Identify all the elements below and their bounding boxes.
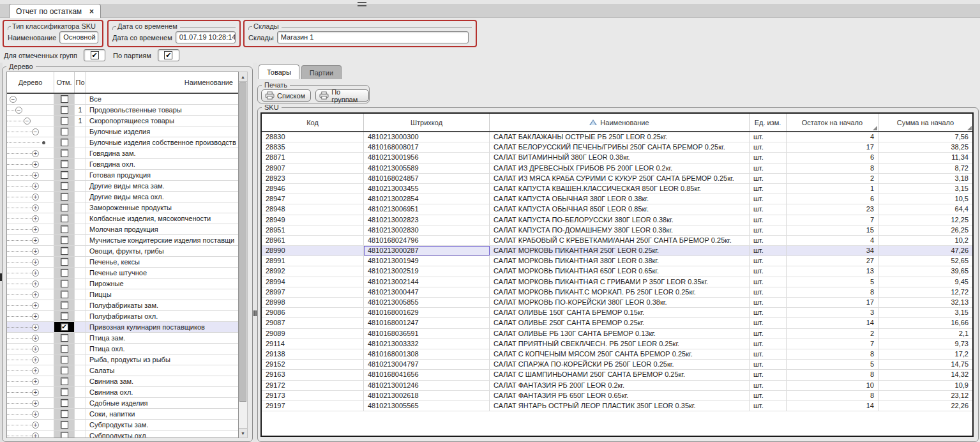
expand-icon[interactable]: + <box>32 411 39 418</box>
cell-code[interactable]: 29086 <box>262 308 364 317</box>
tree-checkbox-cell[interactable] <box>54 224 75 234</box>
cell-unit[interactable]: шт. <box>750 329 787 339</box>
expand-icon[interactable]: + <box>32 356 39 363</box>
sku-column-header-qty-start[interactable]: Остаток на начало <box>787 114 878 131</box>
cell-code[interactable]: 28871 <box>262 153 364 162</box>
expand-icon[interactable]: + <box>32 367 39 374</box>
sku-table-row[interactable]: 289914810213001949САЛАТ МОРКОВЬ ПИКАНТНА… <box>262 256 972 266</box>
tree-name-cell[interactable]: Все <box>86 94 238 104</box>
cell-barcode[interactable]: 4810168001247 <box>364 318 490 328</box>
cell-qty-start[interactable]: 7 <box>787 215 878 225</box>
cell-qty-start[interactable]: 17 <box>787 298 878 307</box>
tree-name-cell[interactable]: Свинина зам. <box>86 376 238 386</box>
tree-row-checkbox[interactable] <box>61 171 68 179</box>
tree-name-cell[interactable]: Субпродукты зам. <box>86 420 238 430</box>
sku-table-row[interactable]: 289494810213002823САЛАТ КАПУСТА ПО-БЕЛОР… <box>262 215 972 225</box>
expand-icon[interactable]: + <box>32 302 39 309</box>
cell-name[interactable]: САЛАТ БАКЛАЖАНЫ ОСТРЫЕ РБ 250Г LEOR 0.25… <box>490 132 750 142</box>
cell-barcode[interactable]: 4810168008017 <box>364 142 490 152</box>
cell-unit[interactable]: шт. <box>750 256 787 266</box>
tree-row-checkbox[interactable] <box>61 334 68 342</box>
cell-code[interactable]: 29089 <box>262 329 364 339</box>
cell-code[interactable]: 29152 <box>262 360 364 369</box>
expand-icon[interactable]: + <box>32 270 39 277</box>
cell-barcode[interactable]: 4810168041656 <box>364 370 490 379</box>
cell-sum-start[interactable]: 17,2 <box>878 349 972 359</box>
expand-icon[interactable]: + <box>32 215 39 222</box>
cell-qty-start[interactable]: 3 <box>787 308 878 317</box>
sku-table-row[interactable]: 289464810213003455САЛАТ КАПУСТА КВАШЕН.К… <box>262 184 972 194</box>
cell-code[interactable]: 29197 <box>262 401 364 411</box>
tree-name-cell[interactable]: Говядина зам. <box>86 148 238 158</box>
cell-qty-start[interactable]: 8 <box>787 287 878 297</box>
tree-name-cell[interactable]: Другие виды мяса охл. <box>86 192 238 202</box>
tree-checkbox-cell[interactable] <box>54 94 75 104</box>
cell-name[interactable]: САЛАТ КАПУСТА ПО-БЕЛОРУССКИ 380Г LEOR 0.… <box>490 215 750 225</box>
tree-checkbox-cell[interactable] <box>54 116 75 126</box>
cell-name[interactable]: САЛАТ ФАНТАЗИЯ РБ 650Г LEOR 0.65кг. <box>490 391 750 400</box>
tree-name-cell[interactable]: Готовая продукция <box>86 170 238 180</box>
cell-qty-start[interactable]: 27 <box>787 256 878 266</box>
cell-name[interactable]: САЛАТ БЕЛОРУССКИЙ ПЕЧЕНЬ/ГРИБЫ 250Г САНТ… <box>490 142 750 152</box>
cell-unit[interactable]: шт. <box>750 236 787 245</box>
sku-table-row[interactable]: 289484810213006951САЛАТ КАПУСТА ОБЫЧНАЯ … <box>262 204 972 215</box>
cell-code[interactable]: 29173 <box>262 391 364 400</box>
cell-code[interactable]: 28991 <box>262 256 364 266</box>
datetime-input[interactable]: 01.07.19 10:28:14 <box>176 31 236 43</box>
tree-row-checkbox[interactable] <box>61 117 68 125</box>
cell-qty-start[interactable]: 10 <box>787 381 878 390</box>
expand-icon[interactable]: + <box>32 183 39 190</box>
tree-row[interactable]: +Пирожные <box>7 278 238 289</box>
tree-checkbox-cell[interactable] <box>54 420 75 430</box>
cell-unit[interactable]: шт. <box>750 184 787 194</box>
cell-code[interactable]: 28992 <box>262 266 364 276</box>
tree-row-checkbox[interactable] <box>61 269 68 277</box>
expand-icon[interactable]: + <box>32 280 39 287</box>
tree-checkbox-cell[interactable] <box>54 170 75 180</box>
cell-qty-start[interactable]: 6 <box>787 153 878 162</box>
splitter-grip-icon[interactable] <box>358 2 366 6</box>
tree-row[interactable]: +Готовая продукция <box>7 170 238 181</box>
cell-barcode[interactable]: 4810213001949 <box>364 256 490 266</box>
sku-table-row[interactable]: 289514810213002830САЛАТ КАПУСТА ПО-ДОМАШ… <box>262 225 972 236</box>
sku-table-row[interactable]: 291524810213004797САЛАТ СПАРЖА ПО-КОРЕЙС… <box>262 360 972 370</box>
cell-name[interactable]: САЛАТ МОРКОВЬ ПИКАНТНАЯ 250Г LEOR 0.25кг… <box>490 246 750 255</box>
cell-sum-start[interactable]: 14,32 <box>878 370 972 379</box>
cell-qty-start[interactable]: 8 <box>787 349 878 359</box>
cell-qty-start[interactable]: 8 <box>787 391 878 400</box>
cell-code[interactable]: 28835 <box>262 142 364 152</box>
cell-name[interactable]: САЛАТ С ШАМПИНЬОНАМИ 250Г САНТА БРЕМОР 0… <box>490 370 750 379</box>
print-list-button[interactable]: Списком <box>261 89 311 102</box>
sku-table-row[interactable]: 288354810168008017САЛАТ БЕЛОРУССКИЙ ПЕЧЕ… <box>262 142 972 153</box>
cell-barcode[interactable]: 4810213002144 <box>364 277 490 287</box>
tree-column-header-po[interactable]: По <box>75 72 86 93</box>
tab-goods[interactable]: Товары <box>259 65 299 79</box>
tree-row-checkbox[interactable] <box>61 356 68 363</box>
sku-column-header-unit[interactable]: Ед. изм. <box>750 114 787 131</box>
tree-checkbox-cell[interactable] <box>54 246 75 256</box>
cell-barcode[interactable]: 4810213000287 <box>364 246 490 255</box>
cell-barcode[interactable]: 4810213000300 <box>364 132 490 142</box>
cell-unit[interactable]: шт. <box>750 277 787 287</box>
warehouses-input[interactable]: Магазин 1 <box>277 31 469 43</box>
cell-sum-start[interactable]: 3,15 <box>878 308 972 317</box>
tree-row[interactable]: +Субпродукты зам. <box>7 420 238 431</box>
tree-name-cell[interactable]: Свинина охл. <box>86 387 238 397</box>
tree-checkbox-cell[interactable] <box>54 431 75 438</box>
tree-checkbox-cell[interactable] <box>54 159 75 169</box>
tree-row[interactable]: +Свинина зам. <box>7 376 238 387</box>
tree-row[interactable]: −1Скоропортящиеся товары <box>7 116 238 126</box>
cell-sum-start[interactable]: 16,66 <box>878 318 972 328</box>
cell-barcode[interactable]: 4810168024796 <box>364 236 490 245</box>
cell-code[interactable]: 29172 <box>262 381 364 390</box>
cell-barcode[interactable]: 4810213003332 <box>364 339 490 349</box>
tree-name-cell[interactable]: Скоропортящиеся товары <box>86 116 238 126</box>
sku-table-row[interactable]: 291724810213001246САЛАТ ФАНТАЗИЯ РБ 200Г… <box>262 381 972 391</box>
cell-qty-start[interactable]: 23 <box>787 204 878 214</box>
cell-code[interactable]: 28946 <box>262 184 364 194</box>
cell-barcode[interactable]: 4810213003455 <box>364 184 490 194</box>
cell-barcode[interactable]: 4810213001956 <box>364 153 490 162</box>
expand-icon[interactable]: + <box>32 378 39 385</box>
expand-icon[interactable]: + <box>32 432 39 438</box>
sku-table-row[interactable]: 290874810168001247САЛАТ ОЛИВЬЕ 250Г САНТ… <box>262 318 972 328</box>
